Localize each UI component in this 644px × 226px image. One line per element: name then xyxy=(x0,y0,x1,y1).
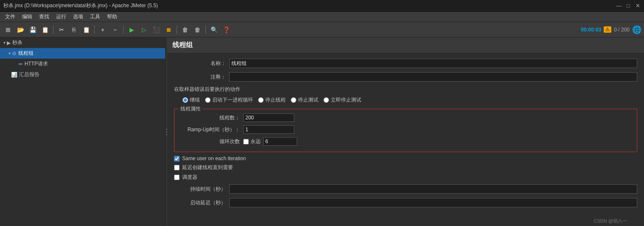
radio-stop-test[interactable]: 停止测试 xyxy=(291,96,318,104)
content-title: 线程组 xyxy=(167,37,644,54)
form-area: 名称： 注释： 在取样器错误后要执行的动作 继续 启动下一进程循环 xyxy=(167,54,644,215)
scheduler-checkbox[interactable] xyxy=(174,175,180,180)
close-button[interactable]: ✕ xyxy=(635,3,641,9)
duration-label: 持续时间（秒） xyxy=(174,186,229,193)
sidebar-item-http-request[interactable]: ✏ HTTP请求 xyxy=(0,59,165,69)
shutdown-button[interactable]: ⏹ xyxy=(163,24,174,35)
thread-count-row: 线程数： xyxy=(180,113,632,123)
menu-bar: 文件 编辑 查找 运行 选项 工具 帮助 xyxy=(0,12,644,22)
forever-check[interactable]: 永远 xyxy=(243,138,261,145)
radio-stop-thread-input[interactable] xyxy=(258,97,264,103)
radio-stop-test-label: 停止测试 xyxy=(298,96,318,104)
same-user-checkbox[interactable] xyxy=(174,156,180,161)
thread-count-input[interactable] xyxy=(243,113,294,122)
radio-start-next-label: 启动下一进程循环 xyxy=(212,96,253,104)
toolbar-sep-3 xyxy=(123,25,124,34)
radio-start-next[interactable]: 启动下一进程循环 xyxy=(205,96,253,104)
start-button[interactable]: ▶ xyxy=(126,24,137,35)
radio-stop-test-now-label: 立即停止测试 xyxy=(331,96,361,104)
paste-button[interactable]: 📋 xyxy=(81,24,92,35)
radio-continue[interactable]: 继续 xyxy=(183,96,200,104)
radio-stop-test-now-input[interactable] xyxy=(323,97,329,103)
scheduler-row: 调度器 xyxy=(174,174,637,181)
sidebar-item-thread-group[interactable]: ▾ ⚙ 线程组 xyxy=(0,48,165,59)
menu-find[interactable]: 查找 xyxy=(36,12,53,21)
delay-create-checkbox[interactable] xyxy=(174,165,180,170)
http-request-icon: ✏ xyxy=(19,61,23,67)
start-no-pause-button[interactable]: ▷ xyxy=(138,24,149,35)
open-button[interactable]: 📂 xyxy=(15,24,26,35)
error-actions: 继续 启动下一进程循环 停止线程 停止测试 立即停止测试 xyxy=(174,95,637,105)
forever-label: 永远 xyxy=(250,138,261,145)
root-icon: ▶ xyxy=(7,40,11,46)
content-area: 线程组 名称： 注释： 在取样器错误后要执行的动作 继续 xyxy=(167,37,644,226)
radio-start-next-input[interactable] xyxy=(205,97,211,103)
copy-button[interactable]: ⎘ xyxy=(68,24,79,35)
duration-row: 持续时间（秒） xyxy=(174,184,637,195)
same-user-label: Same user on each iteration xyxy=(182,155,246,161)
expand-icon-tg: ▾ xyxy=(8,51,11,56)
startup-delay-input[interactable] xyxy=(229,198,637,207)
toolbar-sep-5 xyxy=(205,25,206,34)
thread-properties-section: 线程属性 线程数： Ramp-Up时间（秒）： 循环次数 永远 xyxy=(174,109,637,152)
radio-stop-thread-label: 停止线程 xyxy=(265,96,286,104)
rampup-input[interactable] xyxy=(243,125,294,134)
cut-button[interactable]: ✂ xyxy=(56,24,67,35)
clear-button[interactable]: 🗑 xyxy=(180,24,191,35)
toolbar: ⊞ 📂 💾 📋 ✂ ⎘ 📋 + − ▶ ▷ ⬛ ⏹ 🗑 🗑 🔍 ❓ 00:00:… xyxy=(0,22,644,37)
expand-icon-http xyxy=(16,62,17,66)
window-title: 秒杀.jmx (D:\Workspace\jmeter\data\秒杀.jmx)… xyxy=(3,2,158,9)
expand-icon-root: ▾ xyxy=(3,40,6,45)
menu-run[interactable]: 运行 xyxy=(53,12,70,21)
sidebar-item-label-http: HTTP请求 xyxy=(25,60,48,68)
new-button[interactable]: ⊞ xyxy=(3,24,14,35)
menu-help[interactable]: 帮助 xyxy=(104,12,121,21)
thread-counter: 0 / 200 xyxy=(614,27,630,33)
thread-props-title: 线程属性 xyxy=(179,105,202,113)
thread-group-icon: ⚙ xyxy=(12,51,17,56)
menu-edit[interactable]: 编辑 xyxy=(19,12,36,21)
collapse-all-button[interactable]: − xyxy=(110,24,121,35)
menu-tools[interactable]: 工具 xyxy=(87,12,104,21)
expand-icon-summary xyxy=(8,72,10,77)
radio-continue-input[interactable] xyxy=(183,97,188,103)
toolbar-sep-1 xyxy=(53,25,53,34)
same-user-row: Same user on each iteration xyxy=(174,155,637,161)
loop-count-input[interactable] xyxy=(263,137,297,146)
sidebar-item-summary[interactable]: 📊 汇总报告 xyxy=(0,69,165,80)
comment-label: 注释： xyxy=(174,73,229,81)
menu-file[interactable]: 文件 xyxy=(2,12,19,21)
menu-options[interactable]: 选项 xyxy=(70,12,87,21)
sidebar-item-label-root: 秒杀 xyxy=(12,39,22,46)
radio-stop-thread[interactable]: 停止线程 xyxy=(258,96,286,104)
warning-icon: ⚠ xyxy=(604,26,611,33)
radio-stop-test-input[interactable] xyxy=(291,97,296,103)
sidebar: ▾ ▶ 秒杀 ▾ ⚙ 线程组 ✏ HTTP请求 📊 汇总报告 xyxy=(0,37,166,226)
radio-continue-label: 继续 xyxy=(190,96,200,104)
duration-input[interactable] xyxy=(229,184,637,194)
search-button[interactable]: 🔍 xyxy=(208,24,219,35)
stop-button[interactable]: ⬛ xyxy=(151,24,162,35)
clear-all-button[interactable]: 🗑 xyxy=(192,24,203,35)
save-as-button[interactable]: 📋 xyxy=(39,24,51,35)
forever-checkbox[interactable] xyxy=(243,139,249,144)
name-input[interactable] xyxy=(229,59,637,68)
maximize-button[interactable]: □ xyxy=(625,3,631,9)
elapsed-time: 00:00:03 xyxy=(581,27,601,33)
startup-delay-label: 启动延迟（秒） xyxy=(174,199,229,206)
rampup-label: Ramp-Up时间（秒）： xyxy=(180,126,243,133)
comment-input[interactable] xyxy=(229,72,637,82)
title-bar: 秒杀.jmx (D:\Workspace\jmeter\data\秒杀.jmx)… xyxy=(0,0,644,12)
toolbar-status: 00:00:03 ⚠ 0 / 200 🌐 xyxy=(581,25,641,34)
expand-all-button[interactable]: + xyxy=(97,24,108,35)
sidebar-item-root[interactable]: ▾ ▶ 秒杀 xyxy=(0,37,165,48)
save-button[interactable]: 💾 xyxy=(27,24,38,35)
startup-delay-row: 启动延迟（秒） xyxy=(174,197,637,208)
radio-stop-test-now[interactable]: 立即停止测试 xyxy=(323,96,361,104)
name-label: 名称： xyxy=(174,60,229,67)
network-icon: 🌐 xyxy=(632,25,641,34)
rampup-row: Ramp-Up时间（秒）： xyxy=(180,124,632,135)
loop-label: 循环次数 xyxy=(180,138,243,145)
help-button[interactable]: ❓ xyxy=(221,24,232,35)
minimize-button[interactable]: — xyxy=(616,3,622,9)
